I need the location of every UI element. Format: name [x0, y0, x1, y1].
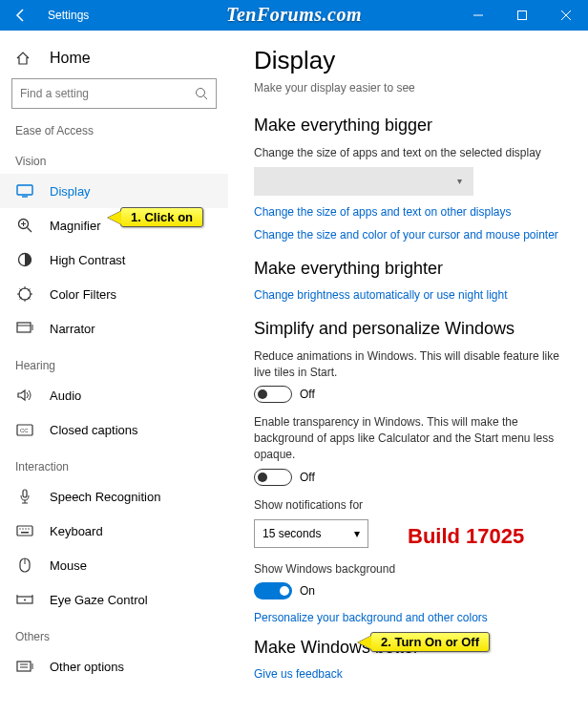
notifications-value: 15 seconds: [262, 527, 321, 540]
sidebar-item-audio[interactable]: Audio: [0, 378, 228, 412]
annotation-callout-2: 2. Turn On or Off: [370, 632, 490, 652]
nav-label: Eye Gaze Control: [50, 593, 148, 607]
chevron-down-icon: ▾: [354, 527, 360, 540]
section-simplify-heading: Simplify and personalize Windows: [254, 319, 563, 339]
minimize-icon: [473, 11, 483, 20]
eye-gaze-icon: [15, 592, 34, 607]
animations-desc: Reduce animations in Windows. This will …: [254, 348, 563, 381]
link-personalize[interactable]: Personalize your background and other co…: [254, 611, 563, 624]
svg-rect-1: [518, 11, 527, 20]
svg-rect-35: [21, 532, 29, 534]
svg-point-31: [19, 528, 20, 529]
sidebar-item-keyboard[interactable]: Keyboard: [0, 514, 228, 548]
closed-captions-icon: CC: [15, 422, 34, 437]
sidebar-item-display[interactable]: Display: [0, 174, 228, 208]
sidebar-item-high-contrast[interactable]: High Contrast: [0, 242, 228, 277]
nav-label: Color Filters: [50, 287, 116, 302]
bigger-desc: Change the size of apps and text on the …: [254, 145, 563, 161]
svg-point-32: [22, 528, 23, 529]
link-cursor-pointer[interactable]: Change the size and color of your cursor…: [254, 228, 563, 242]
search-input[interactable]: [20, 87, 195, 100]
nav-label: Magnifier: [50, 219, 100, 233]
sidebar-item-closed-captions[interactable]: CC Closed captions: [0, 412, 228, 447]
group-hearing: Hearing: [0, 351, 228, 378]
nav-label: Mouse: [50, 558, 87, 573]
close-icon: [561, 11, 571, 20]
transparency-toggle[interactable]: [254, 469, 292, 486]
notifications-select[interactable]: 15 seconds ▾: [254, 519, 368, 548]
svg-point-4: [197, 89, 205, 97]
svg-line-5: [204, 96, 208, 100]
close-button[interactable]: [544, 0, 588, 31]
annotation-build: Build 17025: [408, 524, 524, 549]
section-bigger-heading: Make everything bigger: [254, 116, 563, 136]
microphone-icon: [15, 489, 34, 504]
notifications-label: Show notifications for: [254, 497, 563, 514]
watermark: TenForums.com: [226, 4, 362, 26]
svg-point-34: [28, 528, 29, 529]
link-brightness[interactable]: Change brightness automatically or use n…: [254, 288, 563, 302]
color-filters-icon: [15, 286, 34, 302]
audio-icon: [15, 388, 34, 403]
section-brighter-heading: Make everything brighter: [254, 259, 563, 279]
category-label: Ease of Access: [0, 122, 228, 147]
back-button[interactable]: [0, 0, 42, 31]
keyboard-icon: [15, 523, 34, 538]
home-button[interactable]: Home: [0, 42, 228, 78]
annotation-callout-1: 1. Click on: [120, 207, 203, 227]
sidebar-item-color-filters[interactable]: Color Filters: [0, 277, 228, 311]
page-subtitle: Make your display easier to see: [254, 81, 563, 95]
window-title: Settings: [42, 9, 89, 22]
svg-rect-6: [17, 185, 32, 195]
svg-point-33: [25, 528, 26, 529]
arrow-left-icon: [13, 8, 29, 23]
page-title: Display: [254, 46, 563, 75]
sidebar-item-speech-recognition[interactable]: Speech Recognition: [0, 479, 228, 514]
svg-rect-30: [17, 526, 32, 536]
nav-label: Keyboard: [50, 524, 103, 538]
background-label: Show Windows background: [254, 561, 563, 578]
narrator-icon: [15, 321, 34, 336]
sidebar: Home Ease of Access Vision Display Magni…: [0, 31, 229, 715]
chevron-down-icon: ▾: [457, 176, 462, 186]
search-icon: [195, 87, 208, 100]
search-box[interactable]: [11, 78, 217, 109]
animations-toggle[interactable]: [254, 386, 292, 403]
group-vision: Vision: [0, 147, 228, 174]
nav-label: Narrator: [50, 322, 95, 336]
maximize-icon: [517, 11, 527, 20]
sidebar-item-other-options[interactable]: Other options: [0, 649, 228, 683]
svg-line-9: [28, 228, 32, 233]
svg-rect-22: [17, 323, 31, 332]
nav-label: Speech Recognition: [50, 490, 160, 504]
nav-label: Display: [50, 184, 91, 199]
maximize-button[interactable]: [500, 0, 544, 31]
magnifier-icon: [15, 218, 34, 233]
scale-dropdown[interactable]: ▾: [254, 167, 473, 196]
sidebar-item-eye-gaze[interactable]: Eye Gaze Control: [0, 582, 228, 617]
main-panel: Display Make your display easier to see …: [229, 31, 588, 715]
svg-text:CC: CC: [20, 428, 29, 433]
nav-label: Audio: [50, 389, 81, 403]
other-options-icon: [15, 659, 34, 674]
transparency-state: Off: [300, 471, 315, 484]
svg-point-41: [24, 599, 26, 601]
animations-state: Off: [300, 388, 315, 401]
home-label: Home: [50, 50, 91, 67]
high-contrast-icon: [15, 252, 34, 267]
display-icon: [15, 183, 34, 199]
nav-label: High Contrast: [50, 253, 125, 267]
nav-label: Other options: [50, 660, 124, 674]
link-other-displays[interactable]: Change the size of apps and text on othe…: [254, 205, 563, 219]
group-others: Others: [0, 622, 228, 649]
minimize-button[interactable]: [456, 0, 500, 31]
group-interaction: Interaction: [0, 452, 228, 479]
nav-label: Closed captions: [50, 423, 138, 437]
svg-rect-27: [23, 490, 27, 497]
sidebar-item-narrator[interactable]: Narrator: [0, 311, 228, 346]
background-state: On: [300, 584, 315, 598]
transparency-desc: Enable transparency in Windows. This wil…: [254, 414, 563, 462]
sidebar-item-mouse[interactable]: Mouse: [0, 548, 228, 582]
background-toggle[interactable]: [254, 582, 292, 599]
link-feedback[interactable]: Give us feedback: [254, 667, 563, 681]
